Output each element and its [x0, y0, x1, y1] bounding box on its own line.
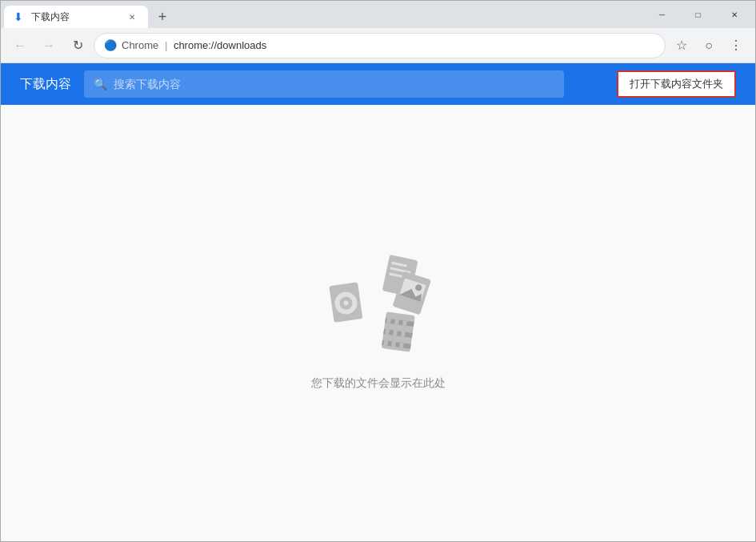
empty-illustration [322, 256, 434, 360]
search-icon: 🔍 [94, 78, 107, 90]
refresh-button[interactable]: ↻ [65, 33, 90, 58]
address-separator: | [165, 39, 170, 51]
account-button[interactable]: ○ [696, 33, 722, 58]
file-movie-icon [377, 309, 425, 363]
main-content: 您下载的文件会显示在此处 [1, 105, 755, 541]
new-tab-button[interactable]: + [151, 6, 174, 28]
address-secure-icon: 🔵 [104, 39, 117, 52]
downloads-header: 下载内容 🔍 打开下载内容文件夹 [1, 63, 755, 105]
address-brand: Chrome [122, 39, 158, 51]
tab-favicon: ⬇ [14, 10, 26, 23]
tab-title: 下载内容 [31, 10, 121, 24]
browser-window: ⬇ 下载内容 ✕ + ─ □ ✕ ← → ↻ 🔵 Chrome | chrome… [0, 0, 756, 542]
minimize-button[interactable]: ─ [644, 1, 680, 28]
search-box[interactable]: 🔍 [84, 70, 564, 98]
open-folder-button[interactable]: 打开下载内容文件夹 [617, 70, 736, 98]
address-bar[interactable]: 🔵 Chrome | chrome://downloads [94, 33, 666, 58]
maximize-button[interactable]: □ [680, 1, 716, 28]
empty-state-message: 您下载的文件会显示在此处 [311, 376, 446, 391]
downloads-title: 下载内容 [20, 76, 71, 93]
search-input[interactable] [114, 78, 554, 90]
titlebar: ⬇ 下载内容 ✕ + ─ □ ✕ [1, 1, 755, 28]
nav-right-icons: ☆ ○ ⋮ [669, 33, 749, 58]
active-tab[interactable]: ⬇ 下载内容 ✕ [4, 6, 148, 28]
address-url: chrome://downloads [174, 39, 266, 51]
menu-button[interactable]: ⋮ [723, 33, 749, 58]
tab-close-button[interactable]: ✕ [126, 10, 138, 23]
file-record-icon [326, 279, 374, 332]
bookmark-button[interactable]: ☆ [669, 33, 694, 58]
close-button[interactable]: ✕ [716, 1, 752, 28]
back-button[interactable]: ← [7, 33, 33, 58]
address-text: Chrome | chrome://downloads [122, 39, 266, 51]
forward-button[interactable]: → [36, 33, 62, 58]
window-controls: ─ □ ✕ [641, 1, 755, 28]
navbar: ← → ↻ 🔵 Chrome | chrome://downloads ☆ ○ … [1, 28, 755, 63]
tab-area: ⬇ 下载内容 ✕ + [1, 1, 641, 28]
